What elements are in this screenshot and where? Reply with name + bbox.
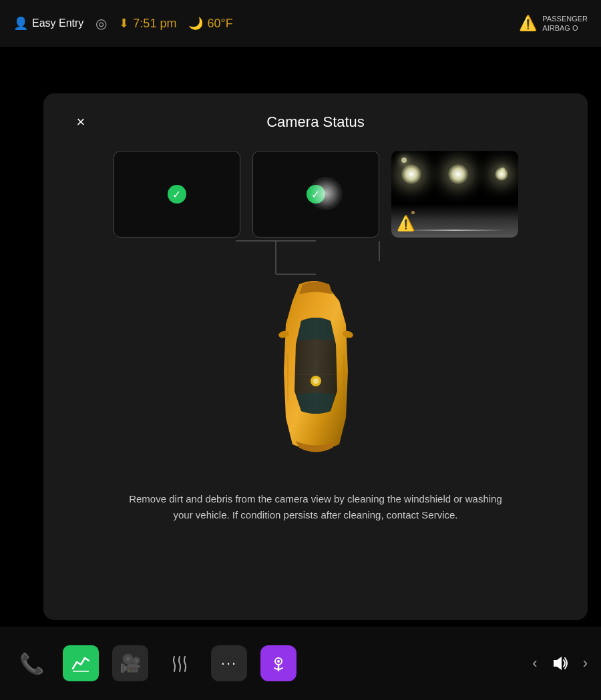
car-area: [70, 271, 561, 471]
phone-app[interactable]: 📞: [13, 645, 49, 681]
nav-prev-button[interactable]: ‹: [532, 655, 537, 672]
airbag-line2: AIRBAG O: [542, 23, 588, 33]
svg-point-7: [313, 378, 319, 384]
heat-icon: [168, 651, 192, 675]
camera3-warning-badge: ⚠️: [397, 215, 415, 232]
warning-message: Remove dirt and debris from the camera v…: [116, 491, 516, 523]
podcast-icon: [268, 653, 288, 673]
close-button[interactable]: ×: [70, 111, 91, 133]
scatter-lights: [401, 157, 407, 163]
car-top-view-svg: [242, 271, 389, 471]
temp-label: 60°F: [207, 17, 232, 31]
dots-icon: ···: [221, 655, 237, 672]
camera-icon: 🎥: [120, 653, 141, 674]
volume-icon: [548, 651, 572, 675]
scatter-lights-3: [411, 211, 415, 214]
taskbar: 📞 🎥 ···: [0, 627, 601, 700]
person-icon: 👤: [13, 16, 28, 31]
status-right: ⚠️ PASSENGER AIRBAG O: [519, 14, 588, 33]
camera-app[interactable]: 🎥: [112, 645, 148, 681]
easy-entry-status: 👤 Easy Entry: [13, 16, 83, 31]
modal-title: Camera Status: [266, 113, 365, 131]
status-left: 👤 Easy Entry ◎ ⬇ 7:51 pm 🌙 60°F: [13, 15, 233, 31]
camera-row: ✓ ✓: [70, 151, 561, 238]
airbag-line1: PASSENGER: [542, 14, 588, 23]
time-status: ⬇ 7:51 pm: [119, 16, 176, 31]
airbag-text: PASSENGER AIRBAG O: [542, 14, 588, 33]
phone-icon: 📞: [19, 652, 44, 675]
light-orb-2: [448, 164, 468, 184]
seat-heat-app[interactable]: [162, 645, 198, 681]
night-lights: [401, 164, 508, 184]
nav-next-button[interactable]: ›: [583, 655, 588, 672]
camera-status-icon: ◎: [95, 15, 107, 31]
svg-point-12: [277, 660, 280, 663]
temp-status: 🌙 60°F: [188, 16, 232, 31]
podcasts-app[interactable]: [260, 645, 296, 681]
taskbar-apps: 📞 🎥 ···: [13, 645, 296, 681]
modal-header: × Camera Status: [70, 113, 561, 131]
taskbar-nav: ‹ ›: [532, 651, 588, 675]
chart-app[interactable]: [63, 645, 99, 681]
scatter-lights-2: [501, 167, 505, 171]
camera-panel-3[interactable]: ⚠️: [391, 151, 518, 238]
status-bar: 👤 Easy Entry ◎ ⬇ 7:51 pm 🌙 60°F ⚠️ PASSE…: [0, 0, 601, 47]
moon-icon: 🌙: [188, 16, 203, 31]
camera-panel-1[interactable]: ✓: [114, 151, 240, 238]
camera1-check: ✓: [168, 185, 186, 204]
chart-icon: [70, 653, 91, 674]
warning-icon: ⚠️: [397, 215, 415, 232]
light-orb-1: [401, 164, 421, 184]
camera-panel-2[interactable]: ✓: [252, 151, 379, 238]
camera2-glare: [309, 177, 343, 210]
car-svg-container: [242, 271, 389, 471]
easy-entry-label: Easy Entry: [32, 17, 83, 29]
time-label: 7:51 pm: [133, 17, 176, 31]
camera-status-modal: × Camera Status ✓ ✓: [43, 93, 588, 620]
circle-icon: ◎: [95, 15, 107, 31]
download-icon: ⬇: [119, 16, 129, 31]
more-app[interactable]: ···: [211, 645, 247, 681]
check-icon-1: ✓: [172, 188, 181, 201]
reflection-line: [404, 230, 506, 231]
airbag-icon: ⚠️: [519, 15, 537, 32]
